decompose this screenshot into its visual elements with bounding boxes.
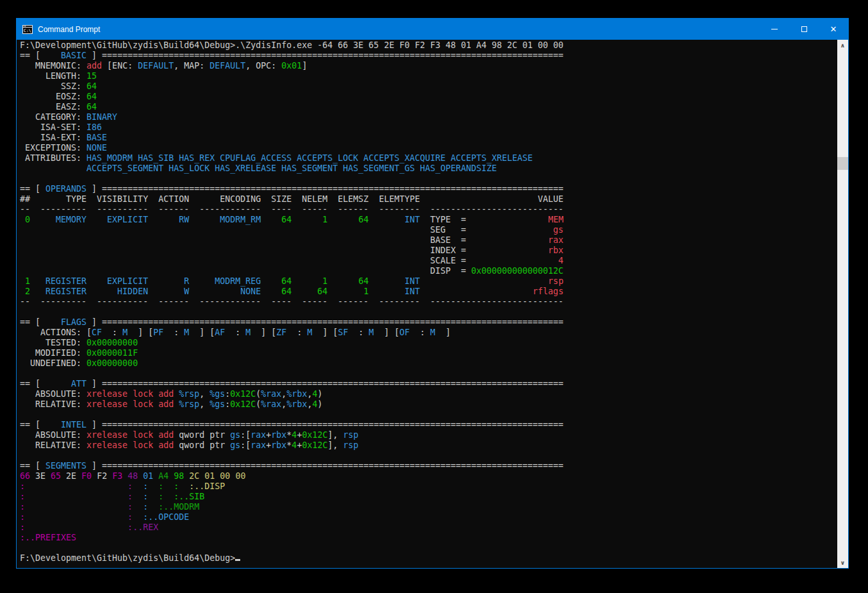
minimize-button[interactable] <box>760 19 789 40</box>
console-line: : :..REX <box>20 522 837 533</box>
console-line: ACCEPTS_SEGMENT HAS_LOCK HAS_XRELEASE HA… <box>20 163 837 174</box>
console-line: == [ ATT ] =============================… <box>20 379 837 389</box>
scroll-up-icon[interactable]: ∧ <box>837 40 848 51</box>
console-line: ISA-EXT: BASE <box>20 133 837 143</box>
console-output: F:\Development\GitHub\zydis\Build64\Debu… <box>17 40 837 568</box>
console-line: TESTED: 0x00000000 <box>20 338 837 348</box>
console-line: SCALE = 4 <box>20 256 837 266</box>
window-controls: ✕ <box>760 19 848 40</box>
console-line: EXCEPTIONS: NONE <box>20 143 837 153</box>
svg-text:C:\_: C:\_ <box>24 28 33 33</box>
console-line: F:\Development\GitHub\zydis\Build64\Debu… <box>20 40 837 51</box>
console-line: 66 3E 65 2E F0 F2 F3 48 01 A4 98 2C 01 0… <box>20 471 837 481</box>
console-line: RELATIVE: xrelease lock add %rsp, %gs:0x… <box>20 399 837 410</box>
console-line: ACTIONS: [CF : M ] [PF : M ] [AF : M ] [… <box>20 328 837 338</box>
console-line: INDEX = rbx <box>20 246 837 256</box>
console-line: == [ FLAGS ] ===========================… <box>20 317 837 328</box>
maximize-button[interactable] <box>789 19 819 40</box>
console-line: : : :..OPCODE <box>20 512 837 522</box>
console-line: LENGTH: 15 <box>20 71 837 81</box>
scroll-down-icon[interactable]: ∨ <box>837 557 848 568</box>
console-line: ABSOLUTE: xrelease lock add qword ptr gs… <box>20 430 837 440</box>
close-icon: ✕ <box>830 24 837 34</box>
console-line: == [ OPERANDS ] ========================… <box>20 184 837 194</box>
console-line: == [ BASIC ] ===========================… <box>20 51 837 61</box>
console-line: UNDEFINED: 0x00000000 <box>20 358 837 369</box>
scrollbar-thumb[interactable] <box>837 157 848 170</box>
console-line: MODIFIED: 0x0000011F <box>20 348 837 358</box>
maximize-icon <box>801 26 807 32</box>
console-line: EOSZ: 64 <box>20 92 837 102</box>
console-line: 1 REGISTER EXPLICIT R MODRM_REG 64 1 64 … <box>20 276 837 287</box>
console-line: == [ INTEL ] ===========================… <box>20 420 837 430</box>
console-line: :..PREFIXES <box>20 533 837 543</box>
console-line: : : : : : :..DISP <box>20 481 837 492</box>
cmd-icon: C:\_ <box>22 24 33 35</box>
console-line: == [ SEGMENTS ] ========================… <box>20 461 837 471</box>
command-prompt-window: C:\_ Command Prompt ✕ F:\Development\Git… <box>16 18 849 569</box>
console-line: 0 MEMORY EXPLICIT RW MODRM_RM 64 1 64 IN… <box>20 215 837 225</box>
console-line: F:\Development\GitHub\zydis\Build64\Debu… <box>20 553 837 564</box>
console-line <box>20 369 837 379</box>
console-line: MNEMONIC: add [ENC: DEFAULT, MAP: DEFAUL… <box>20 61 837 71</box>
console-line: SSZ: 64 <box>20 81 837 92</box>
titlebar[interactable]: C:\_ Command Prompt ✕ <box>17 19 848 40</box>
window-title: Command Prompt <box>38 25 100 34</box>
console-line: RELATIVE: xrelease lock add qword ptr gs… <box>20 440 837 451</box>
console-line <box>20 410 837 420</box>
console-line: ISA-SET: I86 <box>20 122 837 133</box>
scrollbar[interactable]: ∧ ∨ <box>837 40 848 568</box>
console-line: EASZ: 64 <box>20 102 837 112</box>
console-line: BASE = rax <box>20 235 837 246</box>
console-line: ## TYPE VISIBILITY ACTION ENCODING SIZE … <box>20 194 837 205</box>
console-line: 2 REGISTER HIDDEN W NONE 64 64 1 INT rfl… <box>20 287 837 297</box>
window-client-area: F:\Development\GitHub\zydis\Build64\Debu… <box>17 40 848 568</box>
console-line: ATTRIBUTES: HAS_MODRM HAS_SIB HAS_REX CP… <box>20 153 837 163</box>
console-line: SEG = gs <box>20 225 837 235</box>
console-line <box>20 174 837 184</box>
console-line: ABSOLUTE: xrelease lock add %rsp, %gs:0x… <box>20 389 837 399</box>
console-line <box>20 543 837 553</box>
console-line: -- --------- ---------- ------ ---------… <box>20 297 837 307</box>
minimize-icon <box>771 29 778 29</box>
text-cursor <box>235 559 240 561</box>
console-line: : : : : :..SIB <box>20 492 837 502</box>
close-button[interactable]: ✕ <box>819 19 848 40</box>
console-line: CATEGORY: BINARY <box>20 112 837 122</box>
console-line <box>20 451 837 461</box>
console-line: -- --------- ---------- ------ ---------… <box>20 205 837 215</box>
console-line: DISP = 0x000000000000012C <box>20 266 837 276</box>
console-line: : : : :..MODRM <box>20 502 837 512</box>
console-line <box>20 307 837 317</box>
